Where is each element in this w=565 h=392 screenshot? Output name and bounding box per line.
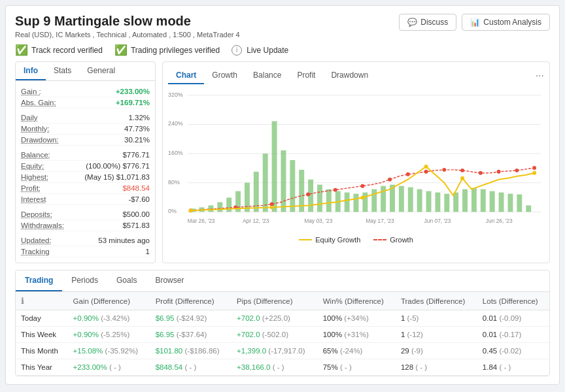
svg-point-71 xyxy=(360,196,364,200)
updated-label: Updated: xyxy=(21,237,52,244)
tab-browser[interactable]: Browser xyxy=(146,270,193,291)
withdrawals-label: Withdrawals: xyxy=(21,221,64,229)
svg-text:0%: 0% xyxy=(168,208,177,214)
growth-legend: Growth xyxy=(373,236,413,244)
tab-profit[interactable]: Profit xyxy=(289,67,323,84)
discuss-icon: 💬 xyxy=(407,18,417,27)
balance-value: $776.71 xyxy=(122,151,150,159)
svg-point-73 xyxy=(460,176,464,180)
svg-rect-41 xyxy=(417,189,422,212)
svg-rect-34 xyxy=(354,194,359,212)
win-cell: 100% (+31%) xyxy=(318,327,396,343)
gain-cell: +0.90% (-3.42%) xyxy=(68,310,150,327)
tab-chart[interactable]: Chart xyxy=(168,67,204,84)
profit-label: Profit: xyxy=(21,184,41,192)
svg-text:80%: 80% xyxy=(168,179,180,186)
lots-cell: 0.01 (-0.09) xyxy=(477,310,549,327)
tab-stats[interactable]: Stats xyxy=(46,62,79,80)
col-lots: Lots (Difference) xyxy=(477,292,549,310)
svg-rect-33 xyxy=(345,193,350,212)
svg-rect-40 xyxy=(408,188,413,212)
pips-cell: +1,399.0 (-17,917.0) xyxy=(231,343,318,359)
check-icon-trading: ✅ xyxy=(114,44,128,56)
svg-rect-22 xyxy=(245,183,250,212)
svg-point-61 xyxy=(406,172,410,176)
svg-text:Apr 12, '23: Apr 12, '23 xyxy=(243,218,269,224)
highest-value: (May 15) $1,071.83 xyxy=(84,173,150,181)
badges-row: ✅ Track record verified ✅ Trading privil… xyxy=(15,44,550,56)
chart-icon: 📊 xyxy=(470,18,480,27)
svg-point-65 xyxy=(479,171,483,175)
drawdown-label: Drawdown: xyxy=(21,136,59,144)
discuss-button[interactable]: 💬 Discuss xyxy=(399,14,456,31)
deposits-value: $500.00 xyxy=(122,210,150,218)
svg-rect-49 xyxy=(490,191,495,212)
table-row: Today +0.90% (-3.42%) $6.95 (-$24.92) +7… xyxy=(16,310,549,327)
chart-more-button[interactable]: ··· xyxy=(536,70,544,82)
gain-cell: +15.08% (-35.92%) xyxy=(68,343,150,359)
equity-value: (100.00%) $776.71 xyxy=(86,162,150,170)
svg-rect-51 xyxy=(507,194,513,212)
svg-text:160%: 160% xyxy=(168,150,183,156)
updated-value: 53 minutes ago xyxy=(98,237,150,244)
svg-rect-37 xyxy=(381,186,386,212)
svg-point-74 xyxy=(532,171,536,175)
balance-label: Balance: xyxy=(21,151,50,159)
page-title: Sup 9 Martingale slow mode xyxy=(15,14,240,29)
svg-point-68 xyxy=(532,166,536,170)
svg-text:320%: 320% xyxy=(168,91,183,98)
tab-trading[interactable]: Trading xyxy=(16,270,62,291)
svg-rect-31 xyxy=(326,189,332,212)
svg-rect-19 xyxy=(217,202,222,212)
tab-info[interactable]: Info xyxy=(16,62,46,80)
tab-balance[interactable]: Balance xyxy=(245,67,289,84)
profit-value: $848.54 xyxy=(122,184,150,192)
lots-cell: 0.45 (-0.02) xyxy=(477,343,549,359)
profit-cell: $6.95 (-$24.92) xyxy=(150,310,231,327)
period-cell: This Year xyxy=(16,359,68,376)
chart-svg: 320% 240% 160% 80% 0% Mar 26, '23 Apr 12… xyxy=(168,88,544,232)
svg-point-69 xyxy=(189,208,193,212)
page-subtitle: Real (USD), IC Markets , Technical , Aut… xyxy=(15,31,240,39)
highest-label: Highest: xyxy=(21,173,48,181)
svg-point-67 xyxy=(515,169,519,172)
svg-rect-44 xyxy=(444,194,449,212)
trades-cell: 1 (-12) xyxy=(396,327,477,343)
profit-cell: $6.95 (-$37.64) xyxy=(150,327,231,343)
info-icon-live: i xyxy=(231,45,242,56)
tab-goals[interactable]: Goals xyxy=(107,270,146,291)
tab-growth[interactable]: Growth xyxy=(204,67,245,84)
interest-label: Interest xyxy=(21,195,46,203)
track-record-label: Track record verified xyxy=(31,46,103,55)
svg-point-59 xyxy=(360,184,364,188)
daily-value: 1.32% xyxy=(128,114,150,122)
tab-periods[interactable]: Periods xyxy=(62,270,107,291)
custom-analysis-button[interactable]: 📊 Custom Analysis xyxy=(462,14,550,31)
svg-point-70 xyxy=(270,205,274,209)
svg-text:May 03, '23: May 03, '23 xyxy=(304,218,333,224)
svg-rect-47 xyxy=(471,188,477,212)
svg-rect-36 xyxy=(371,189,377,212)
col-profit: Profit (Difference) xyxy=(150,292,231,310)
withdrawals-value: $571.83 xyxy=(122,221,150,229)
chart-tabs: Chart Growth Balance Profit Drawdown xyxy=(168,67,376,84)
svg-rect-39 xyxy=(399,186,404,212)
abs-gain-label: Abs. Gain: xyxy=(21,99,56,106)
trading-privileges-label: Trading privileges verified xyxy=(131,46,220,55)
period-cell: Today xyxy=(16,310,68,327)
pips-cell: +702.0 (+225.0) xyxy=(231,310,318,327)
svg-rect-20 xyxy=(226,198,231,212)
tab-drawdown[interactable]: Drawdown xyxy=(323,67,376,84)
gain-cell: +233.00% ( - ) xyxy=(68,359,150,376)
table-row: This Week +0.90% (-5.25%) $6.95 (-$37.64… xyxy=(16,327,549,343)
trades-cell: 128 ( - ) xyxy=(396,359,477,376)
info-table: Gain : +233.00% Abs. Gain: +169.71% Dail… xyxy=(16,81,155,263)
col-info-icon: ℹ xyxy=(16,292,68,310)
svg-rect-43 xyxy=(435,193,440,212)
chart-legend: Equity Growth Growth xyxy=(168,236,544,244)
equity-label: Equity: xyxy=(21,162,44,170)
interest-value: -$7.60 xyxy=(128,195,150,203)
tab-general[interactable]: General xyxy=(79,62,123,80)
svg-point-63 xyxy=(442,168,446,172)
trades-cell: 1 (-5) xyxy=(396,310,477,327)
